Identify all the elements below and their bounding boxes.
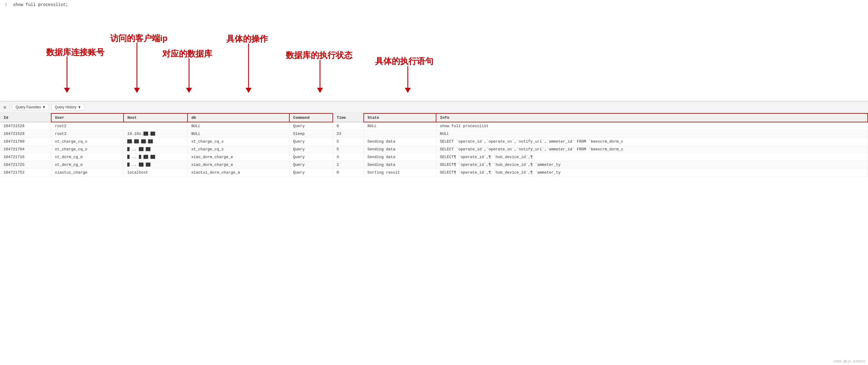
toolbar: ⚙ Query Favorites ▼ Query History ▼ [0,101,868,113]
cell-id: 104721752 [0,169,51,177]
query-favorites-button[interactable]: Query Favorites ▼ [12,104,49,111]
svg-text:数据库连接账号: 数据库连接账号 [46,47,105,57]
cell-host [124,122,188,130]
cell-host: ██.██.██.██ [124,138,188,146]
cell-time: 0 [333,122,364,130]
cell-state [364,130,436,138]
sql-statement: show full processlist; [13,2,68,7]
cell-info: SELECT `operate_id`,`operate_sn`,`notify… [436,138,868,146]
favorites-dropdown-icon: ▼ [42,105,46,109]
svg-text:具体的执行语句: 具体的执行语句 [375,57,433,66]
cell-info: SELECT¶ `operate_id`,¶ `hub_device_id`,¶ [436,153,868,161]
cell-command: Query [289,169,333,177]
cell-state: Sending data [364,146,436,153]
cell-host: █ .. █ ██ ██ [124,153,188,161]
cell-id: 104721526 [0,122,51,130]
cell-db: xiao_dorm_charge_e [188,153,289,161]
table-row[interactable]: 104721716xt_dorm_cg_e█ .. █ ██ ██xiao_do… [0,153,868,161]
cell-command: Sleep [289,130,333,138]
svg-marker-14 [317,88,323,93]
sql-line: 1 show full processlist; [5,2,863,7]
cell-db: xt_charge_cq_s [188,146,289,153]
svg-text:数据库的执行状态: 数据库的执行状态 [285,50,353,60]
col-info: Info [436,114,868,122]
cell-info: SELECT¶ `operate_id`,¶ `hub_device_id`,¶… [436,161,868,169]
col-db: db [188,114,289,122]
cell-db: NULL [188,130,289,138]
cell-db: xt_charge_cq_s [188,138,289,146]
table-row[interactable]: 104721700xt_charge_cq_s██.██.██.██xt_cha… [0,138,868,146]
cell-command: Query [289,122,333,130]
svg-marker-8 [186,88,192,93]
cell-user: xiaotui_charge [51,169,124,177]
col-state: State [364,114,436,122]
table-row[interactable]: 104721725xt_dorm_cg_e█ .. ██ ██xiao_dorm… [0,161,868,169]
cell-id: 104721700 [0,138,51,146]
cell-time: 5 [333,146,364,153]
svg-text:对应的数据库: 对应的数据库 [162,49,213,58]
cell-host: localhost [124,169,188,177]
cell-host: 19.10x.██.██ [124,130,188,138]
table-row[interactable]: 104721526root2NULLQuery0NULLshow full pr… [0,122,868,130]
cell-info: NULL [436,130,868,138]
svg-text:具体的操作: 具体的操作 [226,34,268,43]
cell-state: Sorting result [364,169,436,177]
cell-user: root2 [51,130,124,138]
cell-db: xiaotui_dorm_charge_a [188,169,289,177]
cell-command: Query [289,161,333,169]
cell-command: Query [289,146,333,153]
cell-id: 104721704 [0,146,51,153]
cell-info: show full processlist [436,122,868,130]
line-number: 1 [5,2,11,7]
sql-editor: 1 show full processlist; 数据库连接账号 访问的客户端i… [0,0,868,101]
cell-time: 2 [333,161,364,169]
table-row[interactable]: 104721752xiaotui_chargelocalhostxiaotui_… [0,169,868,177]
cell-db: NULL [188,122,289,130]
query-favorites-label: Query Favorites [16,105,41,109]
toolbar-divider [9,103,10,111]
col-host: Host [124,114,188,122]
cell-host: █ .. ██ ██ [124,146,188,153]
table-row[interactable]: 104721528root219.10x.██.██NULLSleep23NUL… [0,130,868,138]
bottom-panel: ⚙ Query Favorites ▼ Query History ▼ Id U… [0,101,868,365]
cell-state: Sending data [364,138,436,146]
cell-command: Query [289,153,333,161]
cell-time: 5 [333,138,364,146]
annotations-overlay: 数据库连接账号 访问的客户端ip 对应的数据库 具体的操作 数据库的执行状态 具… [0,0,868,101]
cell-info: SELECT¶ `operate_id`,¶ `hub_device_id`,¶… [436,169,868,177]
cell-info: SELECT `operate_id`,`operate_sn`,`notify… [436,146,868,153]
main-content: 1 show full processlist; 数据库连接账号 访问的客户端i… [0,0,868,365]
cell-host: █ .. ██ ██ [124,161,188,169]
results-area[interactable]: Id User Host db Command Time State Info … [0,113,868,365]
col-time: Time [333,114,364,122]
cell-id: 104721716 [0,153,51,161]
query-history-label: Query History [55,105,76,109]
col-user: User [51,114,124,122]
cell-time: 23 [333,130,364,138]
history-dropdown-icon: ▼ [78,105,81,109]
cell-state: NULL [364,122,436,130]
col-command: Command [289,114,333,122]
cell-user: xt_dorm_cg_e [51,161,124,169]
watermark: CSDN @hjc_042043 [834,360,865,363]
cell-time: 0 [333,169,364,177]
svg-marker-17 [405,88,411,93]
cell-time: 4 [333,153,364,161]
svg-marker-11 [246,88,251,93]
results-table: Id User Host db Command Time State Info … [0,113,868,177]
cell-id: 104721528 [0,130,51,138]
cell-db: xiao_dorm_charge_e [188,161,289,169]
svg-marker-5 [134,88,140,93]
table-header-row: Id User Host db Command Time State Info [0,114,868,122]
table-row[interactable]: 104721704xt_charge_cq_s█ .. ██ ██xt_char… [0,146,868,153]
col-id: Id [0,114,51,122]
cell-command: Query [289,138,333,146]
cell-user: xt_dorm_cg_e [51,153,124,161]
cell-state: Sending data [364,153,436,161]
cell-id: 104721725 [0,161,51,169]
cell-user: xt_charge_cq_s [51,138,124,146]
query-history-button[interactable]: Query History ▼ [52,104,85,111]
gear-icon[interactable]: ⚙ [2,103,7,111]
cell-state: Sending data [364,161,436,169]
cell-user: xt_charge_cq_s [51,146,124,153]
